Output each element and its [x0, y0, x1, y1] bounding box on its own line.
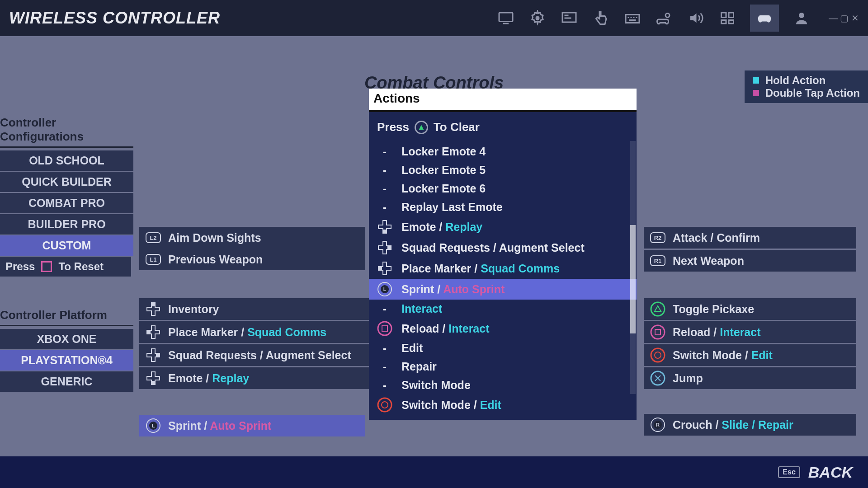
svg-text:R: R	[656, 422, 660, 427]
action-label: Locker Emote 4	[401, 145, 486, 158]
action-row[interactable]: -Switch Mode	[369, 376, 637, 394]
display-settings-icon[interactable]	[560, 9, 578, 27]
gear-icon[interactable]	[528, 9, 547, 27]
dash-icon: -	[377, 182, 392, 195]
dash-icon: -	[377, 164, 392, 177]
reset-button[interactable]: Press To Reset	[0, 257, 131, 277]
binding-row[interactable]: L1 Previous Weapon	[139, 249, 365, 270]
volume-icon[interactable]	[687, 9, 705, 27]
binding-label: Place Marker / Squad Comms	[168, 326, 326, 339]
svg-text:L: L	[383, 286, 387, 292]
bindings-left-top: L2 Aim Down Sights L1 Previous Weapon	[139, 227, 365, 270]
config-item[interactable]: BUILDER PRO	[0, 214, 133, 235]
binding-row[interactable]: R Crouch / Slide / Repair	[644, 414, 856, 436]
action-row[interactable]: -Locker Emote 6	[369, 179, 637, 198]
controller-icon[interactable]	[750, 5, 779, 32]
svg-point-2	[535, 16, 539, 20]
binding-row[interactable]: Jump	[644, 367, 856, 389]
action-row[interactable]: -Edit	[369, 339, 637, 357]
binding-row[interactable]: Emote / Replay	[139, 367, 379, 389]
action-row[interactable]: -Locker Emote 5	[369, 161, 637, 179]
window-buttons[interactable]: — ▢ ✕	[829, 13, 859, 23]
action-row[interactable]: Reload / Interact	[369, 318, 637, 339]
hold-swatch	[753, 77, 759, 84]
action-row[interactable]: -Interact	[369, 300, 637, 318]
svg-rect-5	[564, 18, 571, 19]
user-icon[interactable]	[793, 9, 811, 27]
config-heading: Controller Configurations	[0, 116, 133, 148]
binding-row[interactable]: Reload / Interact	[644, 321, 856, 343]
platform-item[interactable]: GENERIC	[0, 371, 133, 392]
header-bar: WIRELESS CONTROLLER — ▢ ✕	[0, 0, 868, 36]
svg-rect-9	[633, 17, 634, 18]
action-row[interactable]: Switch Mode / Edit	[369, 394, 637, 415]
action-row[interactable]: Emote / Replay	[369, 216, 637, 237]
action-label: Place Marker / Squad Comms	[401, 262, 560, 275]
reset-text: To Reset	[58, 260, 104, 273]
L2-icon: L2	[146, 230, 161, 245]
binding-row[interactable]: Switch Mode / Edit	[644, 344, 856, 366]
svg-text:L1: L1	[150, 256, 156, 263]
svg-point-30	[651, 325, 665, 339]
binding-label: Next Weapon	[673, 254, 744, 267]
action-label: Switch Mode	[401, 379, 471, 392]
action-label: Switch Mode / Edit	[401, 399, 501, 412]
R2-icon: R2	[650, 230, 665, 245]
svg-rect-31	[655, 329, 660, 335]
action-row[interactable]: LSprint / Auto Sprint	[369, 279, 637, 300]
footer-bar: Esc BACK	[0, 456, 868, 488]
svg-text:L2: L2	[150, 235, 156, 241]
binding-row[interactable]: Inventory	[139, 298, 379, 320]
platform-item[interactable]: PLAYSTATION®4	[0, 350, 133, 371]
controller-gear-icon[interactable]	[655, 9, 673, 27]
L3-icon: L	[146, 418, 161, 433]
config-item[interactable]: COMBAT PRO	[0, 193, 133, 213]
touch-icon[interactable]	[592, 9, 610, 27]
binding-row[interactable]: L2 Aim Down Sights	[139, 227, 365, 249]
bindings-right-face: Toggle Pickaxe Reload / Interact Switch …	[644, 298, 856, 389]
binding-row[interactable]: Toggle Pickaxe	[644, 298, 856, 320]
binding-row[interactable]: R2 Attack / Confirm	[644, 227, 856, 249]
action-row[interactable]: -Repair	[369, 357, 637, 376]
action-label: Replay Last Emote	[401, 201, 503, 214]
keyboard-icon[interactable]	[623, 9, 642, 27]
bindings-left-dpad: Inventory Place Marker / Squad Comms Squ…	[139, 298, 379, 389]
platform-item[interactable]: XBOX ONE	[0, 329, 133, 349]
binding-row[interactable]: Squad Requests / Augment Select	[139, 344, 379, 366]
monitor-icon[interactable]	[497, 9, 515, 27]
actions-list[interactable]: -Locker Emote 4 -Locker Emote 5 -Locker …	[369, 142, 637, 415]
accessibility-icon[interactable]	[718, 9, 736, 27]
bindings-right-stick: R Crouch / Slide / Repair	[644, 414, 856, 436]
dpad-up-icon	[146, 301, 161, 317]
binding-label: Switch Mode / Edit	[673, 349, 773, 362]
action-label: Emote / Replay	[401, 221, 482, 234]
binding-row[interactable]: Place Marker / Squad Comms	[139, 321, 379, 343]
scrollbar-thumb[interactable]	[630, 225, 636, 333]
action-label: Locker Emote 5	[401, 164, 486, 177]
action-row[interactable]: Squad Requests / Augment Select	[369, 237, 637, 258]
config-item[interactable]: OLD SCHOOL	[0, 150, 133, 171]
binding-row[interactable]: L Sprint / Auto Sprint	[139, 415, 365, 436]
svg-rect-14	[729, 13, 734, 18]
binding-label: Inventory	[168, 303, 219, 316]
dpad-down-icon	[377, 219, 392, 235]
popup-title: Actions	[369, 89, 637, 112]
legend-hold: Hold Action	[765, 74, 826, 87]
config-item[interactable]: CUSTOM	[0, 235, 133, 256]
to-clear-label: To Clear	[434, 120, 480, 134]
config-item[interactable]: QUICK BUILDER	[0, 172, 133, 192]
svg-rect-7	[627, 17, 629, 18]
binding-row[interactable]: R1 Next Weapon	[644, 250, 856, 272]
dash-icon: -	[377, 360, 392, 373]
dash-icon: -	[377, 342, 392, 355]
action-row[interactable]: Place Marker / Squad Comms	[369, 258, 637, 279]
back-button[interactable]: BACK	[808, 464, 853, 481]
action-label: Locker Emote 6	[401, 182, 486, 195]
reset-press: Press	[5, 260, 35, 273]
action-row[interactable]: -Locker Emote 4	[369, 142, 637, 161]
binding-label: Crouch / Slide / Repair	[673, 418, 793, 432]
double-swatch	[753, 90, 759, 96]
dpad-right-icon	[377, 240, 392, 255]
svg-point-29	[651, 302, 665, 316]
action-row[interactable]: -Replay Last Emote	[369, 198, 637, 216]
